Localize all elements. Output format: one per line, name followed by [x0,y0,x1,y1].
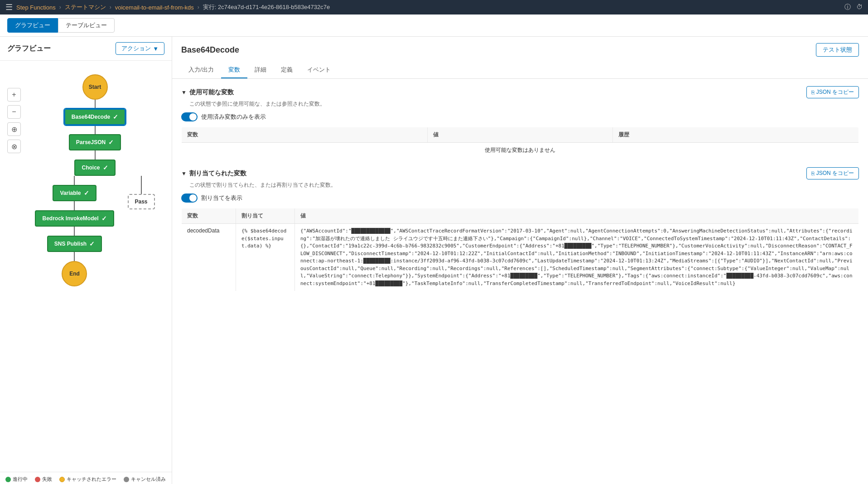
legend-running: 進行中 [5,476,28,483]
connector-1 [95,100,96,109]
zoom-out-button[interactable]: − [7,105,21,119]
node-sns-label: SNS Publish [54,241,87,247]
tab-details[interactable]: 詳細 [247,62,274,78]
tab-variables[interactable]: 変数 [221,62,247,78]
node-pass-label: Pass [135,198,148,205]
toggle-row-assigned: 割り当てを表示 [181,194,859,203]
tab-events[interactable]: イベント [300,62,338,78]
info-icon[interactable]: ⓘ [844,3,851,11]
col-val-2: 値 [295,208,859,224]
legend-cancelled: キャンセル済み [124,476,166,483]
fit-button[interactable]: ⊗ [7,140,21,153]
legend-failed: 失敗 [35,476,52,483]
check-icon-2: ✓ [108,139,114,146]
empty-message: 使用可能な変数はありません [182,143,859,158]
right-panel: Base64Decode テスト状態 入力/出力 変数 詳細 定義 イベント ▼… [172,37,868,484]
left-panel-header: グラフビュー アクション ▼ [0,37,172,61]
available-vars-section-header: ▼ 使用可能な変数 ⎘ JSON をコピー [181,86,859,98]
node-parsejson[interactable]: ParseJSON ✓ [69,134,121,150]
connector-6a [74,227,75,236]
menu-icon[interactable]: ☰ [5,2,13,12]
copy-json-label-1: JSON をコピー [816,88,854,96]
copy-icon-2: ⎘ [811,170,815,177]
legend-dot-cancelled [124,477,129,482]
available-vars-subtitle: この状態で参照に使用可能な、または参照された変数。 [189,100,859,108]
view-tabs: グラフビュー テーブルビュー [0,15,868,37]
breadcrumb-sep2: › [110,4,111,10]
toggle-used-only[interactable] [181,112,198,121]
available-vars-table: 変数 値 履歴 使用可能な変数はありません [181,127,859,158]
node-variable[interactable]: Variable ✓ [53,185,96,201]
graph-area: + − ⊕ ⊗ Start Base64Decode ✓ [0,61,172,472]
breadcrumb-stepfunctions[interactable]: Step Functions [16,4,56,11]
breadcrumb-sep3: › [198,4,199,10]
tab-graph-view[interactable]: グラフビュー [7,18,58,33]
copy-json-label-2: JSON をコピー [816,169,854,177]
connector-5a [74,201,75,210]
breadcrumb-sfname[interactable]: voicemail-to-email-sf-from-kds [115,4,194,11]
node-end-label: End [69,271,80,277]
table-row: decodedData {% $base64decode($states.inp… [182,224,859,291]
value-code: {"AWSAccountId":"█████████████","AWSCont… [300,228,853,286]
check-icon-1: ✓ [113,113,118,121]
copy-json-btn-available[interactable]: ⎘ JSON をコピー [806,86,859,98]
breadcrumb-statemachine[interactable]: ステートマシン [65,3,106,11]
legend-running-label: 進行中 [13,476,28,483]
cell-var-name: decodedData [182,224,236,291]
available-vars-chevron[interactable]: ▼ [181,89,187,96]
test-status-button[interactable]: テスト状態 [816,43,859,57]
execution-id: 実行: 2c74ea7d-d171-4e26-8618-b583e4732c7e [203,3,330,11]
zoom-in-button[interactable]: + [7,88,21,102]
action-button[interactable]: アクション ▼ [116,42,164,55]
topbar: ☰ Step Functions › ステートマシン › voicemail-t… [0,0,868,15]
legend-cancelled-label: キャンセル済み [131,476,166,483]
node-base64decode[interactable]: Base64Decode ✓ [64,109,125,125]
check-icon-4: ✓ [84,189,89,197]
node-choice[interactable]: Choice ✓ [74,160,115,176]
node-pass[interactable]: Pass [128,194,155,209]
branch-left: Variable ✓ Bedrock InvokeModel ✓ SNS Pub… [35,176,114,286]
col-assign-2: 割り当て [236,208,295,224]
node-sns[interactable]: SNS Publish ✓ [47,236,102,252]
copy-icon-1: ⎘ [811,89,815,96]
col-var-2: 変数 [182,208,236,224]
node-start[interactable]: Start [82,74,108,100]
toggle-show-assigned[interactable] [181,194,198,203]
clock-icon[interactable]: ⏱ [856,3,863,11]
table-row-empty: 使用可能な変数はありません [182,143,859,158]
node-variable-label: Variable [60,190,81,196]
available-vars-title: ▼ 使用可能な変数 [181,88,234,97]
tab-definition[interactable]: 定義 [274,62,300,78]
copy-json-btn-assigned[interactable]: ⎘ JSON をコピー [806,167,859,179]
right-header: Base64Decode テスト状態 入力/出力 変数 詳細 定義 イベント [172,37,868,79]
legend-dot-caught [59,477,65,482]
node-bedrock[interactable]: Bedrock InvokeModel ✓ [35,210,114,227]
node-bedrock-label: Bedrock InvokeModel [42,215,98,222]
tab-table-view[interactable]: テーブルビュー [58,18,115,33]
toggle-used-label: 使用済み変数のみを表示 [201,113,266,121]
assigned-vars-table: 変数 割り当て 値 decodedData {% $base64decode($… [181,208,859,291]
connector-4b [141,176,142,194]
legend: 進行中 失敗 キャッチされたエラー キャンセル済み [0,472,172,484]
check-icon-5: ✓ [101,215,107,222]
col-var-1: 変数 [182,127,428,143]
tab-input-output[interactable]: 入力/出力 [181,62,221,78]
graph-controls: + − ⊕ ⊗ [7,88,21,153]
assigned-vars-chevron[interactable]: ▼ [181,170,187,177]
legend-dot-failed [35,477,40,482]
node-base64decode-label: Base64Decode [72,114,110,120]
assigned-vars-subtitle: この状態で割り当てられた、または再割り当てされた変数。 [189,181,859,189]
main-layout: グラフビュー アクション ▼ + − ⊕ ⊗ Start [0,37,868,484]
node-end[interactable]: End [62,261,87,286]
legend-caught: キャッチされたエラー [59,476,116,483]
connector-4a [74,176,75,185]
flow-diagram: Start Base64Decode ✓ ParseJSON ✓ Choice [23,65,167,286]
toggle-assigned-label: 割り当てを表示 [201,194,242,202]
node-start-label: Start [89,84,101,90]
branch-container: Variable ✓ Bedrock InvokeModel ✓ SNS Pub… [35,176,154,286]
toggle-row-available: 使用済み変数のみを表示 [181,112,859,121]
center-button[interactable]: ⊕ [7,122,21,136]
breadcrumb-sep1: › [59,4,61,10]
connector-7a [74,252,75,261]
cell-value: {"AWSAccountId":"█████████████","AWSCont… [295,224,859,291]
